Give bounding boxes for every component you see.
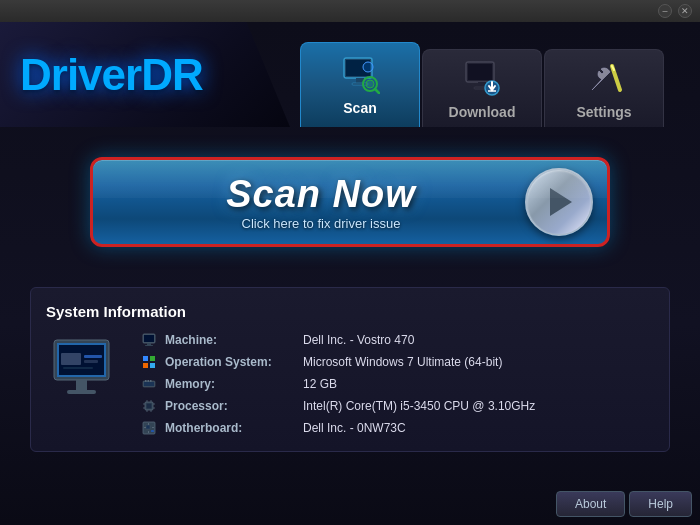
motherboard-icon [141,420,157,436]
nav-tabs: Scan Download [290,42,700,127]
system-info-title: System Information [46,303,654,320]
arrow-triangle-icon [550,188,572,216]
svg-rect-47 [144,427,146,428]
svg-rect-50 [148,431,149,433]
processor-icon [141,398,157,414]
footer: About Help [548,483,700,525]
svg-rect-32 [145,380,147,382]
scan-tab-icon [339,54,381,96]
memory-value: 12 GB [303,377,337,391]
motherboard-value: Dell Inc. - 0NW73C [303,421,406,435]
help-button[interactable]: Help [629,491,692,517]
tab-download-label: Download [449,104,516,120]
svg-rect-36 [147,404,152,409]
svg-rect-9 [468,64,492,80]
close-button[interactable]: ✕ [678,4,692,18]
memory-icon [141,376,157,392]
info-row-os: Operation System: Microsoft Windows 7 Ul… [141,354,654,370]
main-container: DriverDR [0,22,700,525]
svg-rect-23 [63,367,93,369]
svg-rect-24 [76,380,87,390]
scan-area: Scan Now Click here to fix driver issue [0,127,700,277]
scan-now-button[interactable]: Scan Now Click here to fix driver issue [90,157,610,247]
svg-rect-46 [146,425,150,429]
svg-rect-27 [144,335,154,342]
svg-rect-21 [84,355,102,358]
logo-text: DriverDR [20,50,203,100]
motherboard-label: Motherboard: [165,421,295,435]
processor-value: Intel(R) Core(TM) i5-3450 CPU @ 3.10GHz [303,399,535,413]
title-bar: – ✕ [0,0,700,22]
scan-text-area: Scan Now Click here to fix driver issue [93,173,519,231]
machine-label: Machine: [165,333,295,347]
info-row-memory: Memory: 12 GB [141,376,654,392]
svg-rect-51 [151,430,154,432]
svg-rect-49 [148,423,149,425]
header: DriverDR [0,22,700,127]
svg-point-7 [363,62,373,72]
scan-now-text: Scan Now [226,173,416,216]
arrow-circle [525,168,593,236]
svg-rect-29 [145,345,153,346]
processor-label: Processor: [165,399,295,413]
svg-line-6 [375,89,379,93]
tab-download[interactable]: Download [422,49,542,127]
scan-arrow-button[interactable] [519,162,599,242]
svg-rect-34 [150,380,152,382]
tab-scan-label: Scan [343,100,376,116]
os-icon [141,354,157,370]
settings-tab-icon [583,58,625,100]
computer-icon [46,332,126,412]
tab-scan[interactable]: Scan [300,42,420,127]
svg-rect-25 [67,390,96,394]
svg-rect-20 [61,353,81,365]
system-info-content: Machine: Dell Inc. - Vostro 470 Operatio… [46,332,654,436]
download-tab-icon [461,58,503,100]
tab-settings[interactable]: Settings [544,49,664,127]
about-button[interactable]: About [556,491,625,517]
svg-rect-28 [147,343,151,345]
system-info-panel: System Information [30,287,670,452]
tab-settings-label: Settings [576,104,631,120]
info-row-machine: Machine: Dell Inc. - Vostro 470 [141,332,654,348]
logo-area: DriverDR [0,22,290,127]
scan-subtext: Click here to fix driver issue [242,216,401,231]
os-label: Operation System: [165,355,295,369]
info-row-motherboard: Motherboard: Dell Inc. - 0NW73C [141,420,654,436]
svg-rect-22 [84,360,98,363]
svg-rect-33 [148,380,150,382]
machine-value: Dell Inc. - Vostro 470 [303,333,414,347]
os-value: Microsoft Windows 7 Ultimate (64-bit) [303,355,502,369]
svg-rect-48 [152,427,154,428]
svg-rect-31 [144,382,154,386]
info-row-processor: Processor: Intel(R) Core(TM) i5-3450 CPU… [141,398,654,414]
machine-icon [141,332,157,348]
svg-point-5 [366,80,374,88]
minimize-button[interactable]: – [658,4,672,18]
memory-label: Memory: [165,377,295,391]
info-rows: Machine: Dell Inc. - Vostro 470 Operatio… [141,332,654,436]
